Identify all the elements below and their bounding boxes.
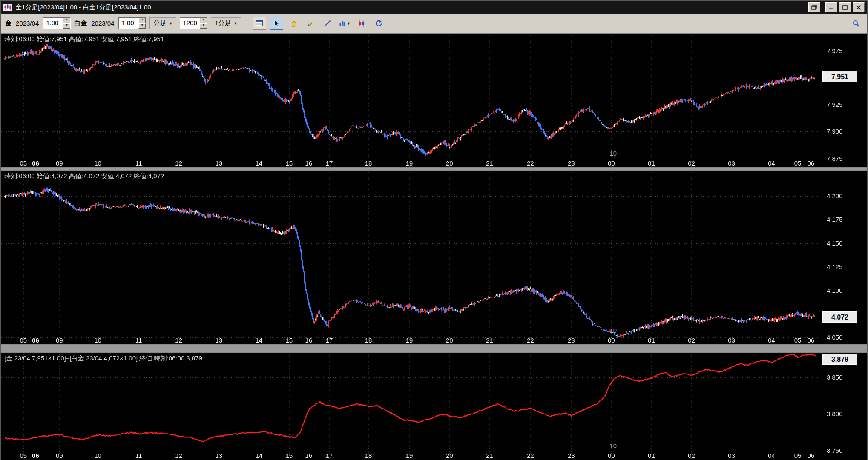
trendline-icon: [323, 19, 332, 28]
gold-label: 金: [5, 19, 11, 27]
x-tick-label: 16: [305, 452, 313, 459]
x-tick-label: 23: [568, 452, 575, 459]
bar-chart-icon: [338, 19, 347, 28]
platinum-contract-month: 2023/04: [90, 20, 115, 27]
x-tick-label: 05: [794, 160, 802, 167]
x-tick-label: 01: [648, 160, 655, 167]
platinum-x-axis: 0506091011121314151617181920212223000102…: [1, 335, 819, 344]
x-tick-label: 20: [446, 160, 453, 167]
x-tick-label: 22: [527, 452, 534, 459]
x-tick-label: 16: [305, 160, 313, 167]
x-tick-label: 02: [688, 452, 695, 459]
x-tick-label: 15: [285, 452, 293, 459]
hand-tool-button[interactable]: [287, 17, 300, 30]
spread-x-axis: 0506091011121314151617181920212223000102…: [1, 451, 819, 459]
x-tick-label: 09: [56, 337, 63, 344]
reload-button[interactable]: [372, 17, 385, 30]
period-dropdown[interactable]: 1分足 ▼: [211, 17, 241, 29]
chevron-down-icon: ▼: [234, 21, 238, 26]
x-tick-label: 10: [94, 160, 101, 167]
magnifier-icon: [852, 19, 860, 28]
interval-dropdown[interactable]: 分足 ▼: [149, 17, 176, 29]
hand-icon: [289, 19, 298, 28]
x-tick-label: 01: [648, 337, 655, 344]
bar-chart-type-button[interactable]: ▼: [338, 17, 351, 30]
platinum-multiplier-input[interactable]: 1.00 ▲ ▼: [118, 17, 146, 29]
x-tick-label: 12: [175, 160, 182, 167]
x-tick-label: 13: [215, 160, 222, 167]
x-tick-label: 22: [527, 160, 534, 167]
x-tick-label: 06: [807, 337, 814, 344]
x-tick-label: 02: [688, 337, 695, 344]
trendline-tool-button[interactable]: [321, 17, 334, 30]
spread-chart-canvas[interactable]: [1, 353, 867, 460]
spread-last-price-badge: 3,879: [822, 354, 857, 365]
pencil-icon: [306, 19, 315, 28]
x-tick-label: 00: [608, 160, 615, 167]
spin-up-icon[interactable]: ▲: [63, 18, 70, 23]
x-tick-label: 03: [728, 160, 735, 167]
x-tick-label: 15: [285, 160, 293, 167]
chart-stack: 時刻:06:00 始値:7,951 高値:7,951 安値:7,951 終値:7…: [1, 33, 867, 460]
panel-splitter[interactable]: [1, 345, 867, 352]
app-icon: [3, 4, 12, 11]
float-window-button[interactable]: [808, 2, 820, 12]
toolbar-separator: [247, 17, 247, 30]
x-tick-label: 17: [326, 337, 333, 344]
gold-chart-panel: 時刻:06:00 始値:7,951 高値:7,951 安値:7,951 終値:7…: [1, 33, 867, 168]
x-tick-label: 16: [305, 337, 313, 344]
minimize-button[interactable]: [825, 2, 837, 12]
gold-multiplier-value[interactable]: 1.00: [43, 18, 63, 29]
chevron-down-icon: ▼: [347, 21, 351, 26]
x-tick-label: 05: [20, 452, 27, 459]
x-tick-label: 05: [794, 452, 802, 459]
pointer-icon: [272, 19, 281, 28]
reload-icon: [374, 19, 383, 28]
x-tick-label: 06: [807, 160, 814, 167]
x-tick-label: 13: [215, 337, 222, 344]
platinum-last-price-badge: 4,072: [822, 311, 857, 323]
platinum-chart-canvas[interactable]: [1, 171, 867, 344]
x-tick-label: 05: [20, 337, 27, 344]
spin-down-icon[interactable]: ▼: [63, 23, 70, 29]
candlestick-type-button[interactable]: [355, 17, 368, 30]
x-tick-label: 22: [527, 337, 534, 344]
gold-ohlc-info: 時刻:06:00 始値:7,951 高値:7,951 安値:7,951 終値:7…: [4, 35, 164, 43]
gold-multiplier-input[interactable]: 1.00 ▲ ▼: [43, 17, 71, 29]
gold-chart-canvas[interactable]: [1, 34, 867, 167]
x-tick-label: 18: [365, 452, 372, 459]
bar-count-input[interactable]: 1200 ▲ ▼: [180, 17, 207, 29]
x-tick-label: 18: [365, 160, 372, 167]
x-tick-label: 12: [175, 337, 182, 344]
spin-down-icon[interactable]: ▼: [200, 23, 207, 29]
x-tick-label: 00: [608, 452, 615, 459]
zoom-button[interactable]: [849, 17, 863, 30]
quote-board-icon: [255, 19, 264, 28]
x-tick-label: 17: [326, 452, 333, 459]
x-tick-label: 06: [32, 160, 39, 167]
spin-down-icon[interactable]: ▼: [138, 23, 146, 29]
x-tick-label: 20: [446, 452, 453, 459]
bar-count-value[interactable]: 1200: [180, 18, 200, 29]
quote-board-button[interactable]: [253, 17, 266, 30]
platinum-multiplier-value[interactable]: 1.00: [119, 18, 138, 29]
maximize-button[interactable]: [839, 2, 851, 12]
chart-window: 金1分足[2023/04]1.00 - 白金1分足[2023/04]1.00 金…: [0, 0, 868, 460]
close-button[interactable]: [853, 2, 865, 12]
pointer-tool-button[interactable]: [270, 17, 283, 30]
x-tick-label: 11: [135, 160, 142, 167]
x-tick-label: 10: [94, 337, 101, 344]
x-tick-label: 11: [135, 337, 142, 344]
spin-up-icon[interactable]: ▲: [200, 18, 207, 23]
x-tick-label: 05: [20, 160, 27, 167]
date-marker: 10: [609, 150, 617, 157]
candlestick-icon: [357, 19, 366, 28]
platinum-label: 白金: [74, 19, 87, 27]
spin-up-icon[interactable]: ▲: [138, 18, 146, 23]
pencil-tool-button[interactable]: [304, 17, 317, 30]
x-tick-label: 18: [365, 337, 372, 344]
interval-dropdown-label: 分足: [153, 19, 166, 27]
x-tick-label: 15: [285, 337, 293, 344]
x-tick-label: 13: [215, 452, 222, 459]
x-tick-label: 06: [32, 452, 39, 459]
